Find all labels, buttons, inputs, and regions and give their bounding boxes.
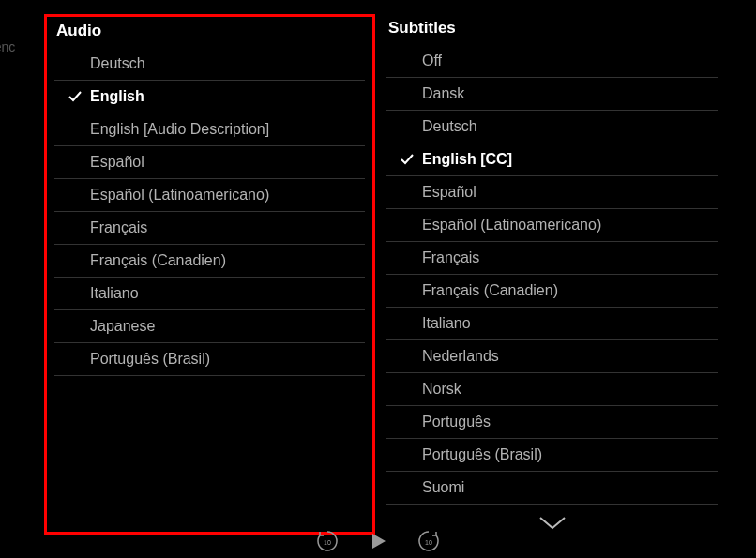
audio-option[interactable]: Japanese (54, 310, 365, 343)
audio-option[interactable]: Español (Latinoamericano) (54, 179, 365, 212)
subtitles-option-label: Deutsch (422, 118, 718, 135)
forward-10-icon: 10 (416, 529, 441, 553)
play-button[interactable] (365, 528, 391, 554)
subtitles-option-label: Português (Brasil) (422, 446, 718, 463)
audio-option-label: Japanese (90, 318, 365, 335)
subtitles-option[interactable]: English [CC] (386, 143, 718, 176)
audio-option[interactable]: Italiano (54, 278, 365, 310)
rewind-10-button[interactable]: 10 (314, 528, 340, 554)
language-selector-overlay: Audio DeutschEnglishEnglish [Audio Descr… (44, 14, 718, 535)
checkmark-icon (68, 89, 83, 104)
subtitles-option-label: Español (Latinoamericano) (422, 217, 718, 234)
subtitles-option[interactable]: Deutsch (386, 111, 718, 143)
subtitles-option-label: English [CC] (422, 151, 718, 168)
subtitles-option-label: Português (422, 414, 718, 430)
subtitles-option[interactable]: Français (386, 242, 718, 275)
subtitles-option[interactable]: Dansk (386, 78, 718, 111)
rewind-10-icon: 10 (315, 529, 340, 553)
subtitles-panel: Subtitles OffDanskDeutschEnglish [CC]Esp… (386, 14, 718, 535)
subtitles-panel-title: Subtitles (386, 14, 718, 45)
audio-option-label: Español (90, 154, 365, 171)
audio-option[interactable]: English (54, 81, 365, 113)
audio-option[interactable]: Français (54, 212, 365, 245)
audio-option[interactable]: Português (Brasil) (54, 343, 365, 376)
subtitles-item-list: OffDanskDeutschEnglish [CC]EspañolEspaño… (386, 45, 718, 505)
audio-option-label: Français (90, 219, 365, 236)
audio-panel-title: Audio (47, 17, 372, 48)
subtitles-option[interactable]: Norsk (386, 373, 718, 406)
subtitles-option-label: Dansk (422, 85, 718, 102)
selection-indicator (400, 152, 422, 167)
subtitles-option-label: Español (422, 184, 718, 201)
forward-10-button[interactable]: 10 (416, 528, 442, 554)
audio-option-label: Deutsch (90, 55, 365, 72)
audio-option-label: Português (Brasil) (90, 351, 365, 368)
subtitles-option-label: Français (422, 249, 718, 266)
subtitles-option-label: Suomi (422, 479, 718, 496)
audio-option-label: English [Audio Description] (90, 121, 365, 138)
subtitles-option[interactable]: Suomi (386, 472, 718, 505)
audio-panel: Audio DeutschEnglishEnglish [Audio Descr… (44, 14, 375, 535)
svg-text:10: 10 (324, 539, 331, 546)
player-controls: 10 10 (0, 528, 756, 554)
audio-option[interactable]: Français (Canadien) (54, 245, 365, 278)
subtitles-option[interactable]: Off (386, 45, 718, 78)
subtitles-option-label: Nederlands (422, 348, 718, 365)
play-icon (368, 531, 388, 551)
subtitles-option[interactable]: Español (386, 176, 718, 209)
checkmark-icon (400, 152, 415, 167)
audio-option-label: Français (Canadien) (90, 252, 365, 269)
audio-option-label: English (90, 88, 365, 105)
subtitles-option-label: Italiano (422, 315, 718, 332)
audio-option-label: Español (Latinoamericano) (90, 187, 365, 204)
svg-text:10: 10 (425, 539, 432, 546)
subtitles-option[interactable]: Français (Canadien) (386, 275, 718, 308)
subtitles-option-label: Français (Canadien) (422, 282, 718, 299)
audio-option[interactable]: Español (54, 146, 365, 179)
subtitles-option[interactable]: Português (Brasil) (386, 439, 718, 472)
subtitles-option[interactable]: Nederlands (386, 340, 718, 373)
selection-indicator (68, 89, 90, 104)
subtitles-option[interactable]: Italiano (386, 308, 718, 340)
subtitles-option[interactable]: Español (Latinoamericano) (386, 209, 718, 242)
audio-option[interactable]: Deutsch (54, 48, 365, 81)
background-blurred-text: udienc (0, 39, 15, 54)
subtitles-option-label: Off (422, 53, 718, 69)
audio-option[interactable]: English [Audio Description] (54, 113, 365, 146)
subtitles-option[interactable]: Português (386, 406, 718, 439)
audio-option-label: Italiano (90, 285, 365, 302)
audio-item-list: DeutschEnglishEnglish [Audio Description… (47, 48, 372, 376)
subtitles-option-label: Norsk (422, 381, 718, 398)
